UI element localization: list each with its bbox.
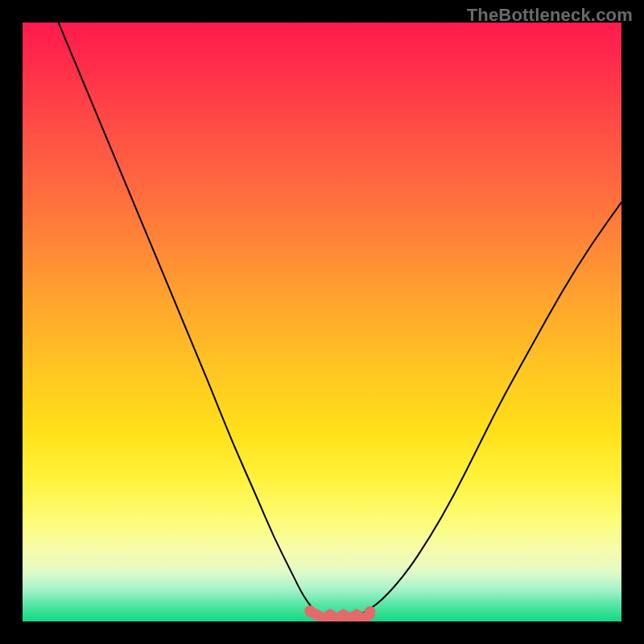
flat-marker-end-left — [304, 605, 316, 617]
curve-layer — [23, 23, 621, 621]
bottleneck-curve — [59, 23, 621, 618]
flat-marker-end-right — [365, 606, 376, 617]
flat-bottom-marker — [310, 612, 369, 619]
watermark-text: TheBottleneck.com — [467, 5, 633, 26]
plot-area — [23, 23, 621, 621]
chart-frame: TheBottleneck.com — [0, 0, 644, 644]
